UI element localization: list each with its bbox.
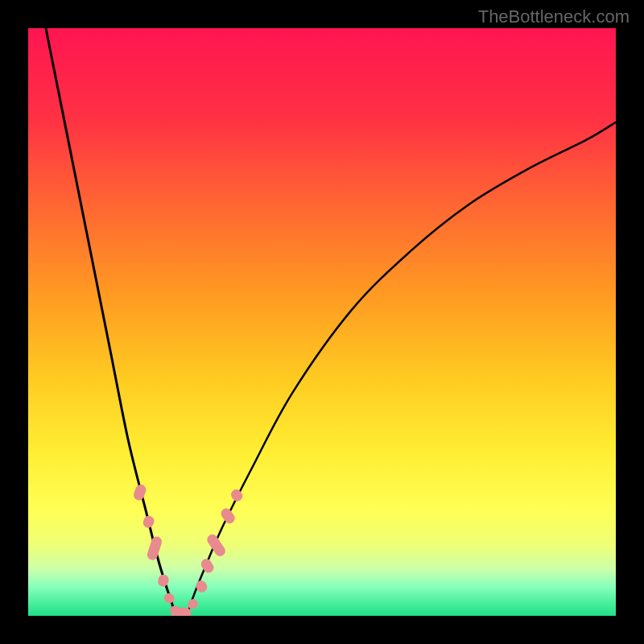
- marker-point: [205, 532, 228, 558]
- marker-point: [132, 483, 147, 502]
- marker-point: [229, 487, 244, 503]
- marker-point: [163, 592, 175, 604]
- watermark-text: TheBottleneck.com: [478, 6, 630, 27]
- marker-point: [171, 608, 191, 616]
- marker-point: [219, 506, 237, 526]
- chart-container: [28, 28, 616, 616]
- marker-point: [142, 514, 155, 530]
- curve-left-curve: [46, 28, 175, 616]
- curve-right-curve: [187, 122, 616, 616]
- marker-point: [146, 535, 163, 562]
- curve-overlay: [28, 28, 616, 616]
- marker-point: [157, 573, 170, 588]
- marker-point: [199, 557, 216, 575]
- marker-point: [194, 579, 209, 594]
